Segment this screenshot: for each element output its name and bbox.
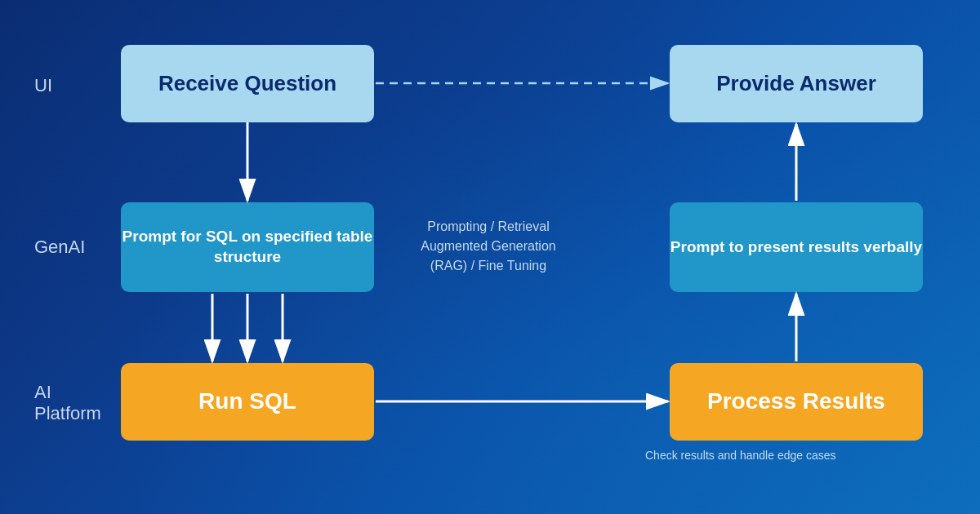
layer-genai-label: GenAI [34, 237, 85, 258]
diagram: UI GenAI AIPlatform Receive Question Pro… [0, 0, 980, 514]
process-results-box: Process Results [670, 363, 923, 441]
run-sql-box: Run SQL [121, 363, 374, 441]
rag-label: Prompting / RetrievalAugmented Generatio… [399, 217, 578, 276]
layer-ui-label: UI [34, 75, 52, 96]
edge-cases-label: Check results and handle edge cases [645, 447, 939, 464]
prompt-sql-box: Prompt for SQL on specified table struct… [121, 202, 374, 292]
provide-answer-box: Provide Answer [670, 45, 923, 122]
layer-aiplatform-label: AIPlatform [34, 382, 101, 425]
receive-question-box: Receive Question [121, 45, 374, 122]
prompt-verbally-box: Prompt to present results verbally [670, 202, 923, 292]
